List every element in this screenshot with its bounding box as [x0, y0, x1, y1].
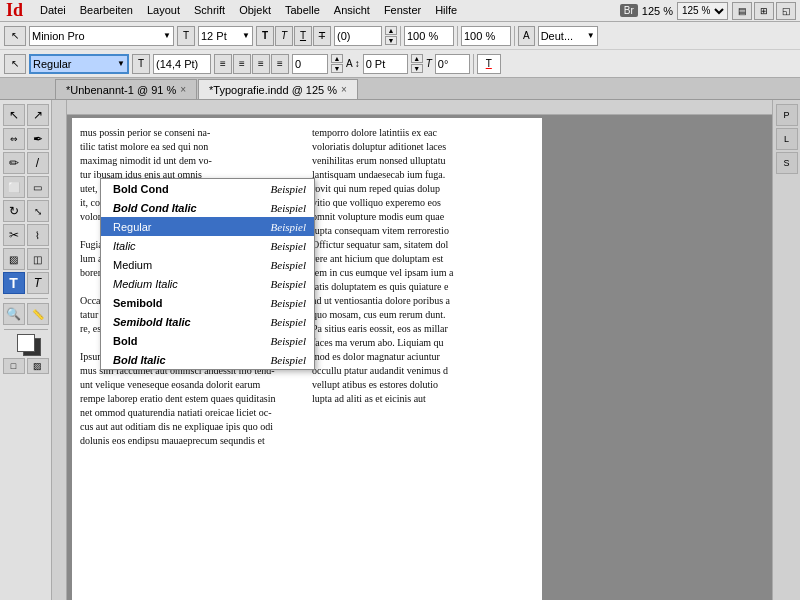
story-editor-tool[interactable]: T: [27, 272, 49, 294]
menu-item-schrift[interactable]: Schrift: [187, 2, 232, 18]
panel-btn2[interactable]: L: [776, 128, 798, 150]
view-btn2[interactable]: ⊞: [754, 2, 774, 20]
font-style-item-2[interactable]: RegularBeispiel: [101, 217, 314, 236]
font-style-example-9: Beispiel: [271, 354, 306, 366]
rect-tool[interactable]: ▭: [27, 176, 49, 198]
font-style-example-6: Beispiel: [271, 297, 306, 309]
font-size-dropdown[interactable]: 12 Pt ▼: [198, 26, 253, 46]
text-tool[interactable]: T: [3, 272, 25, 294]
view-btn1[interactable]: ▤: [732, 2, 752, 20]
font-style-item-3[interactable]: ItalicBeispiel: [101, 236, 314, 255]
preview-mode[interactable]: ▨: [27, 358, 49, 374]
scale-tool[interactable]: ⤡: [27, 200, 49, 222]
pen-tool[interactable]: ✒: [27, 128, 49, 150]
font-style-type-btn[interactable]: T: [132, 54, 150, 74]
font-style-name-1: Bold Cond Italic: [113, 202, 197, 214]
pt-down[interactable]: ▼: [411, 64, 423, 73]
panel-btn1[interactable]: P: [776, 104, 798, 126]
skew-box[interactable]: 0°: [435, 54, 470, 74]
font-style-name-3: Italic: [113, 240, 136, 252]
gradient-feather-tool[interactable]: ◫: [27, 248, 49, 270]
normal-mode[interactable]: □: [3, 358, 25, 374]
zoom-select[interactable]: 125 %: [677, 2, 728, 20]
tracking-down[interactable]: ▼: [385, 36, 397, 45]
tracking-up[interactable]: ▲: [385, 26, 397, 35]
menu-item-bearbeiten[interactable]: Bearbeiten: [73, 2, 140, 18]
menu-item-tabelle[interactable]: Tabelle: [278, 2, 327, 18]
text-bold-btn[interactable]: T: [256, 26, 274, 46]
baseline-up[interactable]: ▲: [331, 54, 343, 63]
gradient-tool[interactable]: ▨: [3, 248, 25, 270]
color-btn[interactable]: T: [477, 54, 501, 74]
font-style-item-1[interactable]: Bold Cond ItalicBeispiel: [101, 198, 314, 217]
id-logo: Id: [6, 0, 23, 21]
menu-item-objekt[interactable]: Objekt: [232, 2, 278, 18]
font-style-item-7[interactable]: Semibold ItalicBeispiel: [101, 312, 314, 331]
font-style-item-0[interactable]: Bold CondBeispiel: [101, 179, 314, 198]
tab-label-0: *Unbenannt-1 @ 91 %: [66, 84, 176, 96]
tab-close-0[interactable]: ×: [180, 84, 186, 95]
font-style-name-0: Bold Cond: [113, 183, 169, 195]
font-style-item-4[interactable]: MediumBeispiel: [101, 255, 314, 274]
position-value: (14,4 Pt): [156, 58, 198, 70]
text-underline-btn[interactable]: T: [294, 26, 312, 46]
menu-item-layout[interactable]: Layout: [140, 2, 187, 18]
pt-up[interactable]: ▲: [411, 54, 423, 63]
language-dropdown[interactable]: Deut... ▼: [538, 26, 598, 46]
eyedropper-tool[interactable]: 🔍: [3, 303, 25, 325]
align-left-btn[interactable]: ≡: [214, 54, 232, 74]
align-right-btn[interactable]: ≡: [252, 54, 270, 74]
fill-color[interactable]: [17, 334, 35, 352]
tab-0[interactable]: *Unbenannt-1 @ 91 %×: [55, 79, 197, 99]
measure-tool[interactable]: 📏: [27, 303, 49, 325]
font-name-dropdown[interactable]: Minion Pro ▼: [29, 26, 174, 46]
scale-h-box[interactable]: 100 %: [461, 26, 511, 46]
tool2-btn[interactable]: ↖: [4, 54, 26, 74]
font-size-value: 12 Pt: [201, 30, 242, 42]
align-center-btn[interactable]: ≡: [233, 54, 251, 74]
font-style-item-8[interactable]: BoldBeispiel: [101, 331, 314, 350]
font-style-dropdown[interactable]: Regular ▼: [29, 54, 129, 74]
rect-frame-tool[interactable]: ⬜: [3, 176, 25, 198]
direct-select-tool[interactable]: ↗: [27, 104, 49, 126]
pencil-tool[interactable]: ✏: [3, 152, 25, 174]
baseline-box[interactable]: 0: [292, 54, 328, 74]
font-style-item-6[interactable]: SemiboldBeispiel: [101, 293, 314, 312]
baseline-value: 0: [295, 58, 301, 70]
lang-btn[interactable]: A: [518, 26, 535, 46]
tool-select-btn[interactable]: ↖: [4, 26, 26, 46]
pt-value: 0 Pt: [366, 58, 386, 70]
font-style-item-9[interactable]: Bold ItalicBeispiel: [101, 350, 314, 369]
menu-item-fenster[interactable]: Fenster: [377, 2, 428, 18]
align-justify-btn[interactable]: ≡: [271, 54, 289, 74]
view-btn3[interactable]: ◱: [776, 2, 796, 20]
gap-tool[interactable]: ⇔: [3, 128, 25, 150]
tracking-box[interactable]: (0): [334, 26, 382, 46]
tab-1[interactable]: *Typografie.indd @ 125 %×: [198, 79, 358, 99]
font-style-name-5: Medium Italic: [113, 278, 178, 290]
font-style-example-1: Beispiel: [271, 202, 306, 214]
panel-btn3[interactable]: S: [776, 152, 798, 174]
font-name-value: Minion Pro: [32, 30, 163, 42]
font-type-btn[interactable]: T: [177, 26, 195, 46]
selection-tool[interactable]: ↖: [3, 104, 25, 126]
menu-item-hilfe[interactable]: Hilfe: [428, 2, 464, 18]
line-tool[interactable]: /: [27, 152, 49, 174]
font-style-item-5[interactable]: Medium ItalicBeispiel: [101, 274, 314, 293]
font-style-name-6: Semibold: [113, 297, 163, 309]
menu-item-datei[interactable]: Datei: [33, 2, 73, 18]
position-box[interactable]: (14,4 Pt): [153, 54, 211, 74]
menu-item-ansicht[interactable]: Ansicht: [327, 2, 377, 18]
scale-v-box[interactable]: 100 %: [404, 26, 454, 46]
skew-icon: T: [426, 58, 432, 69]
scissors-tool[interactable]: ✂: [3, 224, 25, 246]
text-italic-btn[interactable]: T: [275, 26, 293, 46]
baseline-down[interactable]: ▼: [331, 64, 343, 73]
pt-box[interactable]: 0 Pt: [363, 54, 408, 74]
shear-tool[interactable]: ⌇: [27, 224, 49, 246]
rotate-tool[interactable]: ↻: [3, 200, 25, 222]
tab-close-1[interactable]: ×: [341, 84, 347, 95]
font-style-example-2: Beispiel: [271, 221, 306, 233]
font-style-example-5: Beispiel: [271, 278, 306, 290]
text-strike-btn[interactable]: T̶: [313, 26, 331, 46]
